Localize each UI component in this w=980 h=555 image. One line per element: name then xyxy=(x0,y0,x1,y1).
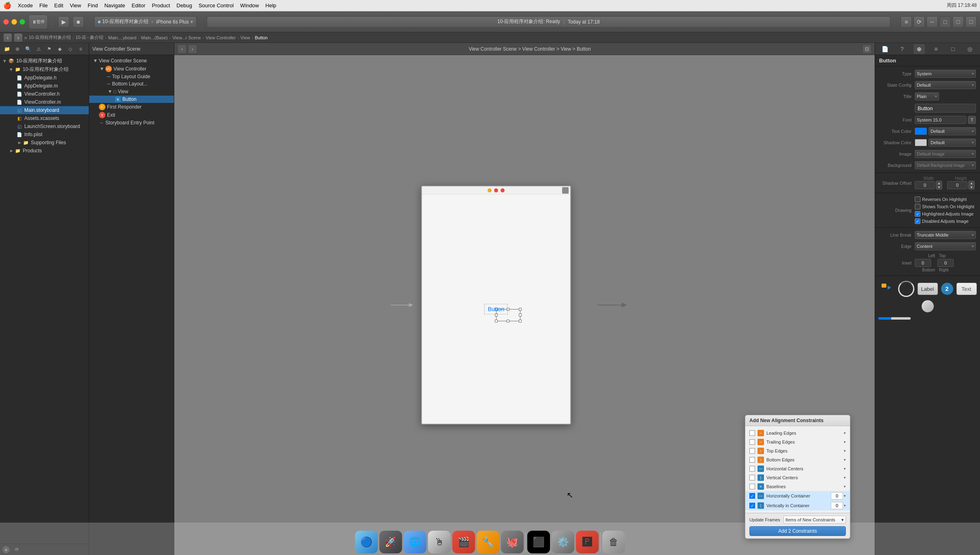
select-image[interactable]: Default Image ▾ xyxy=(915,150,976,158)
nav-item-supporting[interactable]: ▶ 📁 Supporting Files xyxy=(0,139,89,147)
lib-circle-btn[interactable] xyxy=(922,300,934,312)
nav-item-appdelegate-h[interactable]: 📄 AppDelegate.h xyxy=(0,74,89,82)
handle-bottom-mid[interactable] xyxy=(507,320,509,322)
nav-report-icon[interactable]: ≡ xyxy=(76,45,85,53)
attributes-inspector-btn[interactable]: ≡ xyxy=(930,44,941,54)
scene-item-first-responder[interactable]: F First Responder xyxy=(89,103,174,111)
select-type[interactable]: System ▾ xyxy=(915,70,976,78)
dock-app[interactable]: 🅿 xyxy=(576,531,599,553)
shadow-w-up[interactable]: ▲ xyxy=(936,181,942,185)
canvas-back[interactable]: ‹ xyxy=(178,45,186,53)
add-constraints-button[interactable]: Add 2 Constraints xyxy=(749,526,846,536)
cb-leading[interactable] xyxy=(749,430,755,436)
cb-trailing[interactable] xyxy=(749,439,755,445)
scene-item-bottom-layout[interactable]: ─ Bottom Layout... xyxy=(89,80,174,88)
select-line-break[interactable]: Truncate Middle ▾ xyxy=(915,231,976,239)
breadcrumb-target[interactable]: 10-应···象介绍 xyxy=(75,34,103,41)
menu-edit[interactable]: Edit xyxy=(54,2,63,9)
quick-help-btn[interactable]: ? xyxy=(897,44,908,54)
cb-baseline[interactable] xyxy=(749,484,755,489)
menu-help[interactable]: Help xyxy=(265,2,276,9)
nav-breakpoint-icon[interactable]: ◆ xyxy=(55,45,64,53)
nav-folder-icon[interactable]: 📁 xyxy=(2,45,11,53)
view-toggle-btn-3[interactable]: ↔ xyxy=(927,16,938,28)
close-button[interactable] xyxy=(3,19,9,25)
cb-vcenter[interactable] xyxy=(749,475,755,480)
shadow-h-down[interactable]: ▼ xyxy=(969,185,974,189)
handle-mid-right[interactable] xyxy=(519,314,522,316)
h-container-input[interactable] xyxy=(831,492,843,500)
cb-top[interactable] xyxy=(749,448,755,454)
cb-hcenter[interactable] xyxy=(749,466,755,472)
minimize-button[interactable] xyxy=(11,19,17,25)
shadow-w-down[interactable]: ▼ xyxy=(936,185,942,189)
menu-find[interactable]: Find xyxy=(88,2,98,9)
debug-toggle[interactable]: □ xyxy=(952,16,964,28)
handle-top-right[interactable] xyxy=(519,308,522,311)
pause-button[interactable]: ⏸ 暂停 xyxy=(28,15,48,29)
dock-mouse[interactable]: 🖱 xyxy=(428,531,451,553)
breadcrumb-scene[interactable]: View...r Scene xyxy=(172,35,201,40)
cb-h-container[interactable]: ✓ xyxy=(749,493,755,499)
menu-debug[interactable]: Debug xyxy=(177,2,192,9)
shadow-h-value[interactable]: 0 xyxy=(947,181,967,189)
nav-flag-icon[interactable]: ⚑ xyxy=(45,45,53,53)
dock-launchpad[interactable]: 🚀 xyxy=(379,531,402,553)
iphone-content[interactable]: Button xyxy=(422,194,570,424)
nav-item-assets[interactable]: ◧ Assets.xcassets xyxy=(0,114,89,122)
text-color-swatch[interactable] xyxy=(915,128,927,135)
nav-item-project[interactable]: ▶ 📦 10-应用程序对象介绍 xyxy=(0,57,89,65)
inset-left-value[interactable]: 0 xyxy=(915,259,931,267)
canvas-forward[interactable]: › xyxy=(188,45,197,53)
select-shadow-color[interactable]: Default ▾ xyxy=(929,139,976,147)
scene-item-top-layout[interactable]: ─ Top Layout Guide xyxy=(89,73,174,80)
v-container-input[interactable] xyxy=(831,502,843,509)
handle-bottom-right[interactable] xyxy=(519,320,522,322)
cb-disabled-adjusts[interactable]: ✓ xyxy=(915,218,920,224)
scene-item-storyboard-entry[interactable]: → Storyboard Entry Point xyxy=(89,119,174,126)
select-title-style[interactable]: Plain ▾ xyxy=(915,92,939,100)
breadcrumb-base[interactable]: Main...(Base) xyxy=(141,35,167,40)
nav-item-info-plist[interactable]: 📄 Info.plist xyxy=(0,130,89,139)
breadcrumb-button[interactable]: Button xyxy=(255,35,268,40)
back-button[interactable]: ‹ xyxy=(3,33,12,42)
cb-shows-touch[interactable] xyxy=(915,204,920,209)
menu-editor[interactable]: Editor xyxy=(132,2,146,9)
breadcrumb-view[interactable]: View xyxy=(240,35,250,40)
shadow-h-up[interactable]: ▲ xyxy=(969,181,974,185)
lib-num-btn[interactable]: 2 xyxy=(941,283,953,295)
cb-reverses[interactable] xyxy=(915,196,920,202)
dock-video[interactable]: 🎬 xyxy=(452,531,475,553)
lib-play-icon[interactable] xyxy=(879,281,895,297)
nav-item-products[interactable]: ▶ 📁 Products xyxy=(0,147,89,155)
nav-item-viewcontroller-m[interactable]: 📄 ViewController.m xyxy=(0,98,89,106)
select-state-config[interactable]: Default ▾ xyxy=(915,81,976,89)
dock-safari[interactable]: 🌐 xyxy=(404,531,426,553)
select-text-color[interactable]: Default ▾ xyxy=(929,127,976,135)
scene-item-vcs[interactable]: ▶ View Controller Scene xyxy=(89,57,174,65)
apple-menu[interactable]: 🍎 xyxy=(3,2,11,9)
maximize-button[interactable] xyxy=(19,19,25,25)
font-field[interactable]: System 15.0 xyxy=(915,116,966,124)
scene-item-vc[interactable]: ▶ VC View Controller xyxy=(89,65,174,73)
lib-label-btn[interactable]: Label xyxy=(918,283,938,295)
scheme-selector[interactable]: ■ 10-应用程序对象介绍 › iPhone 6s Plus ▾ xyxy=(94,16,197,28)
menu-file[interactable]: File xyxy=(39,2,48,9)
stop-button[interactable]: ■ xyxy=(73,16,84,28)
button-widget[interactable]: Button xyxy=(484,304,508,314)
nav-item-launch-storyboard[interactable]: ◱ LaunchScreen.storyboard xyxy=(0,122,89,130)
lib-text-btn[interactable]: Text xyxy=(956,283,977,295)
scene-item-exit[interactable]: X Exit xyxy=(89,111,174,119)
select-edge[interactable]: Content ▾ xyxy=(915,242,976,250)
nav-warning-icon[interactable]: ⚠ xyxy=(34,45,43,53)
breadcrumb-vc[interactable]: View Controller xyxy=(205,35,235,40)
menu-xcode[interactable]: Xcode xyxy=(18,2,33,9)
nav-test-icon[interactable]: ◇ xyxy=(66,45,75,53)
dock-git[interactable]: 🐙 xyxy=(501,531,524,553)
shadow-color-swatch[interactable] xyxy=(915,139,927,146)
menu-window[interactable]: Window xyxy=(240,2,259,9)
menu-source-control[interactable]: Source Control xyxy=(199,2,234,9)
forward-button[interactable]: › xyxy=(14,33,23,42)
title-text-field[interactable]: Button xyxy=(915,104,976,113)
inspector-toggle[interactable]: □ xyxy=(965,16,977,28)
